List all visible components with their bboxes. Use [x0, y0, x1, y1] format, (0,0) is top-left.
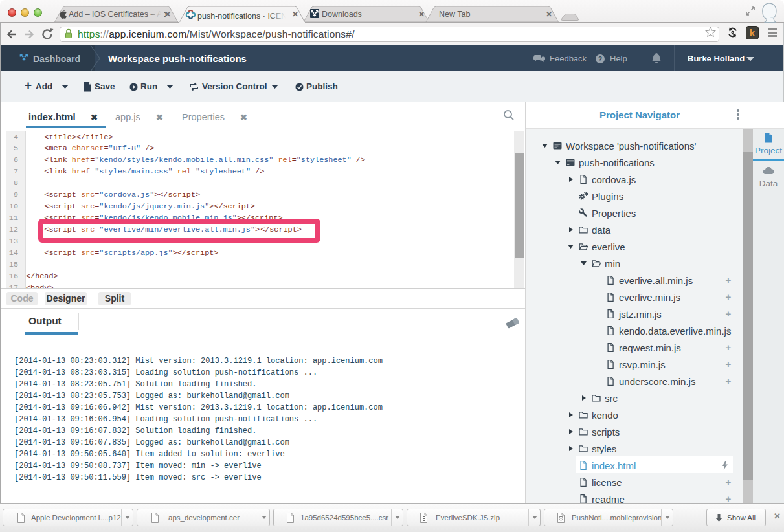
svg-text:?: ?: [598, 56, 602, 63]
